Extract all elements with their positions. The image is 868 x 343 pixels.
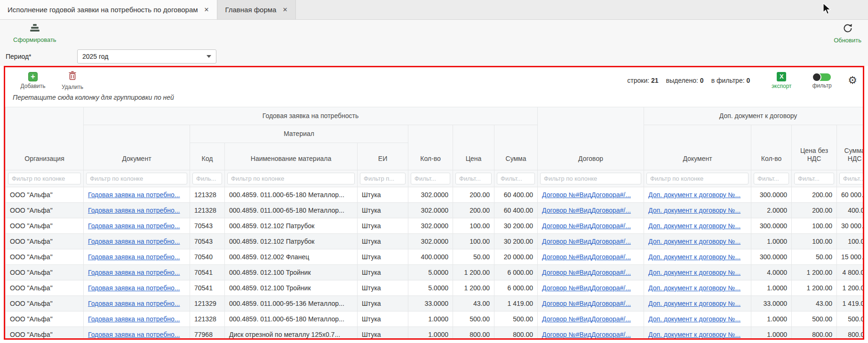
link-extra-document[interactable]: Доп. документ к договору №...: [648, 315, 741, 323]
link-extra-document[interactable]: Доп. документ к договору №...: [648, 269, 741, 276]
column-header-document[interactable]: Документ: [84, 125, 190, 170]
table-row[interactable]: ООО "Альфа"Годовая заявка на потребно...…: [6, 187, 863, 203]
link-contract[interactable]: Договор №#ВидДоговора#/...: [542, 222, 631, 230]
cell-org: ООО "Альфа": [6, 187, 84, 203]
table-row[interactable]: ООО "Альфа"Годовая заявка на потребно...…: [6, 265, 863, 280]
tab-annual-request[interactable]: Исполнение годовой заявки на потребность…: [0, 0, 217, 19]
link-extra-document[interactable]: Доп. документ к договору №...: [648, 238, 741, 245]
delete-button[interactable]: Удалить: [57, 71, 88, 90]
link-extra-document[interactable]: Доп. документ к договору №...: [648, 207, 741, 214]
link-extra-document[interactable]: Доп. документ к договору №...: [648, 300, 741, 307]
link-document[interactable]: Годовая заявка на потребно...: [88, 191, 180, 199]
toggle-icon[interactable]: [813, 73, 831, 81]
filter-input-extra-qty[interactable]: [754, 173, 789, 184]
cell-extra-price: 100.00: [792, 218, 837, 234]
group-header-annual-request[interactable]: Годовая заявка на потребность: [84, 107, 538, 125]
column-header-qty[interactable]: Кол-во: [408, 125, 453, 170]
filter-input-material-name[interactable]: [227, 173, 355, 184]
link-extra-document[interactable]: Доп. документ к договору №...: [648, 331, 741, 338]
filter-input-sum[interactable]: [497, 173, 535, 184]
group-header-material[interactable]: Материал: [190, 125, 408, 143]
column-header-unit[interactable]: ЕИ: [358, 143, 408, 170]
column-header-org[interactable]: Организация: [6, 107, 84, 170]
link-document[interactable]: Годовая заявка на потребно...: [88, 284, 180, 292]
link-document[interactable]: Годовая заявка на потребно...: [88, 222, 180, 230]
column-header-extra-document[interactable]: Документ: [644, 125, 751, 170]
cell-price: 100.00: [453, 234, 494, 249]
link-contract[interactable]: Договор №#ВидДоговора#/...: [542, 253, 631, 261]
column-header-material-name[interactable]: Наименование материала: [225, 143, 358, 170]
column-header-extra-sum[interactable]: Сумма НДС: [837, 125, 863, 170]
tab-main-form[interactable]: Главная форма ✕: [217, 0, 296, 19]
link-contract[interactable]: Договор №#ВидДоговора#/...: [542, 207, 631, 214]
filter-input-extra-sum[interactable]: [839, 173, 863, 184]
column-header-price[interactable]: Цена: [453, 125, 494, 170]
cell-org: ООО "Альфа": [6, 203, 84, 218]
table-row[interactable]: ООО "Альфа"Годовая заявка на потребно...…: [6, 234, 863, 249]
filter-input-document[interactable]: [86, 173, 187, 184]
gear-icon[interactable]: ⚙: [848, 74, 857, 87]
link-document[interactable]: Годовая заявка на потребно...: [88, 269, 180, 276]
link-contract[interactable]: Договор №#ВидДоговора#/...: [542, 269, 631, 276]
filter-input-org[interactable]: [8, 173, 81, 184]
link-contract[interactable]: Договор №#ВидДоговора#/...: [542, 284, 631, 292]
generate-button[interactable]: Сформировать: [13, 24, 56, 43]
link-document[interactable]: Годовая заявка на потребно...: [88, 331, 180, 338]
column-header-extra-qty[interactable]: Кол-во: [751, 125, 792, 170]
link-extra-document[interactable]: Доп. документ к договору №...: [648, 253, 741, 261]
grid-table: Организация Годовая заявка на потребност…: [5, 107, 863, 340]
table-row[interactable]: ООО "Альфа"Годовая заявка на потребно...…: [6, 218, 863, 234]
link-document[interactable]: Годовая заявка на потребно...: [88, 207, 180, 214]
table-row[interactable]: ООО "Альфа"Годовая заявка на потребно...…: [6, 311, 863, 327]
add-button[interactable]: + Добавить: [17, 72, 48, 89]
column-header-contract[interactable]: Договор: [538, 107, 644, 170]
link-extra-document[interactable]: Доп. документ к договору №...: [648, 191, 741, 199]
table-row[interactable]: ООО "Альфа"Годовая заявка на потребно...…: [6, 327, 863, 340]
filter-toggle[interactable]: фильтр: [806, 72, 837, 89]
cell-material: 000.4859. 012.100 Тройник: [225, 265, 358, 280]
cell-sum: 60 400.00: [494, 203, 538, 218]
filter-input-price[interactable]: [455, 173, 492, 184]
cell-extra-qty: 2.0000: [751, 203, 792, 218]
cell-qty: 33.0000: [408, 296, 453, 311]
link-contract[interactable]: Договор №#ВидДоговора#/...: [542, 238, 631, 245]
link-extra-document[interactable]: Доп. документ к договору №...: [648, 284, 741, 292]
link-contract[interactable]: Договор №#ВидДоговора#/...: [542, 191, 631, 199]
close-icon[interactable]: ✕: [281, 6, 289, 14]
filter-input-code[interactable]: [192, 173, 222, 184]
link-document[interactable]: Годовая заявка на потребно...: [88, 253, 180, 261]
filter-input-extra-document[interactable]: [646, 173, 749, 184]
link-extra-document[interactable]: Доп. документ к договору №...: [648, 222, 741, 230]
column-header-sum[interactable]: Сумма: [494, 125, 538, 170]
cell-material: 000.4859. 012.002 Фланец: [225, 249, 358, 265]
filter-input-unit[interactable]: [360, 173, 406, 184]
link-contract[interactable]: Договор №#ВидДоговора#/...: [542, 331, 631, 338]
filter-input-extra-price[interactable]: [794, 173, 834, 184]
cell-unit: Штука: [358, 203, 408, 218]
refresh-button[interactable]: Обновить: [834, 23, 861, 44]
link-document[interactable]: Годовая заявка на потребно...: [88, 238, 180, 245]
cell-org: ООО "Альфа": [6, 311, 84, 327]
filter-input-contract[interactable]: [540, 173, 641, 184]
cell-unit: Штука: [358, 234, 408, 249]
filter-input-qty[interactable]: [411, 173, 450, 184]
table-row[interactable]: ООО "Альфа"Годовая заявка на потребно...…: [6, 296, 863, 311]
group-header-extra-doc[interactable]: Доп. документ к договору: [644, 107, 863, 125]
link-contract[interactable]: Договор №#ВидДоговора#/...: [542, 300, 631, 307]
table-row[interactable]: ООО "Альфа"Годовая заявка на потребно...…: [6, 203, 863, 218]
cell-org: ООО "Альфа": [6, 327, 84, 340]
table-row[interactable]: ООО "Альфа"Годовая заявка на потребно...…: [6, 280, 863, 296]
link-contract[interactable]: Договор №#ВидДоговора#/...: [542, 315, 631, 323]
column-header-code[interactable]: Код: [190, 143, 225, 170]
close-icon[interactable]: ✕: [203, 6, 211, 14]
cell-extra-price: 50.00: [792, 249, 837, 265]
cell-extra-qty: 33.0000: [751, 296, 792, 311]
table-row[interactable]: ООО "Альфа"Годовая заявка на потребно...…: [6, 249, 863, 265]
cell-sum: 6 000.00: [494, 265, 538, 280]
export-button[interactable]: X экспорт: [766, 72, 797, 89]
link-document[interactable]: Годовая заявка на потребно...: [88, 315, 180, 323]
period-select[interactable]: 2025 год: [77, 49, 216, 64]
app-window: Исполнение годовой заявки на потребность…: [0, 0, 868, 66]
link-document[interactable]: Годовая заявка на потребно...: [88, 300, 180, 307]
column-header-extra-price[interactable]: Цена без НДС: [792, 125, 837, 170]
